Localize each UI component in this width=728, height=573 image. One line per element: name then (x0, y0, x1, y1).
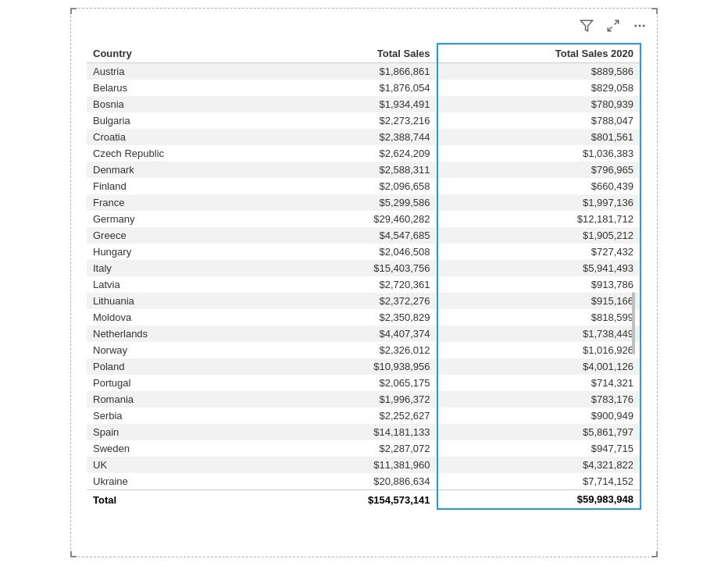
table-cell: $2,350,829 (271, 309, 437, 326)
toolbar (577, 16, 649, 35)
table-row: Belarus$1,876,054$829,058 (87, 80, 641, 96)
svg-point-5 (643, 25, 645, 27)
expand-icon[interactable] (604, 16, 623, 35)
table-cell: Romania (87, 391, 271, 408)
svg-line-1 (615, 20, 619, 24)
svg-point-4 (639, 25, 641, 27)
table-cell: $2,252,627 (271, 408, 437, 424)
table-cell: Denmark (87, 162, 271, 178)
table-cell: $1,997,136 (437, 194, 641, 211)
table-row: Sweden$2,287,072$947,715 (87, 440, 641, 457)
table-row: Portugal$2,065,175$714,321 (87, 375, 641, 391)
table-cell: Finland (87, 178, 271, 194)
footer-label: Total (87, 490, 271, 510)
table-cell: Serbia (87, 408, 271, 424)
table-cell: Croatia (87, 129, 271, 145)
table-cell: $2,273,216 (271, 112, 437, 129)
table-cell: $2,046,508 (271, 244, 437, 260)
table-row: Greece$4,547,685$1,905,212 (87, 227, 641, 244)
table-cell: Poland (87, 358, 271, 375)
table-cell: $1,738,449 (437, 326, 641, 342)
table-cell: $5,941,493 (437, 260, 641, 276)
table-row: Croatia$2,388,744$801,561 (87, 129, 641, 145)
table-cell: $714,321 (437, 375, 641, 391)
table-cell: Bulgaria (87, 112, 271, 129)
table-cell: Moldova (87, 309, 271, 326)
table-cell: Greece (87, 227, 271, 244)
table-cell: Spain (87, 424, 271, 440)
table-cell: $801,561 (437, 129, 641, 145)
table-cell: $7,714,152 (437, 473, 641, 490)
table-cell: $1,934,491 (271, 96, 437, 112)
table-cell: Bosnia (87, 96, 271, 112)
table-cell: $818,599 (437, 309, 641, 326)
widget-container: Country Total Sales Total Sales 2020 Aus… (70, 8, 658, 557)
col-header-total-sales-2020: Total Sales 2020 (437, 44, 641, 63)
table-cell: France (87, 194, 271, 211)
table-row: Norway$2,326,012$1,016,926 (87, 342, 641, 358)
table-cell: $727,432 (437, 244, 641, 260)
table-cell: Italy (87, 260, 271, 276)
table-cell: $15,403,756 (271, 260, 437, 276)
table-cell: $2,372,276 (271, 293, 437, 309)
svg-line-2 (608, 27, 612, 31)
table-cell: $2,065,175 (271, 375, 437, 391)
table-cell: $5,861,797 (437, 424, 641, 440)
table-cell: $4,407,374 (271, 326, 437, 342)
table-cell: $2,096,658 (271, 178, 437, 194)
table-cell: Netherlands (87, 326, 271, 342)
table-cell: $29,460,282 (271, 211, 437, 227)
table-row: Spain$14,181,133$5,861,797 (87, 424, 641, 440)
table-cell: Hungary (87, 244, 271, 260)
svg-marker-0 (581, 20, 593, 31)
more-options-icon[interactable] (630, 16, 649, 35)
table-cell: $2,388,744 (271, 129, 437, 145)
table-row: Netherlands$4,407,374$1,738,449 (87, 326, 641, 342)
table-row: Poland$10,938,956$4,001,126 (87, 358, 641, 375)
table-row: Bulgaria$2,273,216$788,047 (87, 112, 641, 129)
table-row: Hungary$2,046,508$727,432 (87, 244, 641, 260)
table-cell: $2,287,072 (271, 440, 437, 457)
table-cell: $900,949 (437, 408, 641, 424)
table-row: Latvia$2,720,361$913,786 (87, 276, 641, 293)
table-cell: $12,181,712 (437, 211, 641, 227)
sales-table: Country Total Sales Total Sales 2020 Aus… (87, 43, 641, 510)
table-cell: $11,381,960 (271, 457, 437, 473)
table-row: Lithuania$2,372,276$915,166 (87, 293, 641, 309)
table-cell: $915,166 (437, 293, 641, 309)
filter-icon[interactable] (577, 16, 596, 35)
table-cell: $1,996,372 (271, 391, 437, 408)
table-cell: $1,876,054 (271, 80, 437, 96)
table-cell: Sweden (87, 440, 271, 457)
footer-total-sales-2020: $59,983,948 (437, 490, 641, 510)
table-row: Serbia$2,252,627$900,949 (87, 408, 641, 424)
table-cell: $947,715 (437, 440, 641, 457)
table-cell: $780,939 (437, 96, 641, 112)
table-cell: Portugal (87, 375, 271, 391)
table-row: Ukraine$20,886,634$7,714,152 (87, 473, 641, 490)
table-cell: $783,176 (437, 391, 641, 408)
scrollbar[interactable] (632, 292, 635, 354)
table-cell: Ukraine (87, 473, 271, 490)
table-cell: $889,586 (437, 63, 641, 80)
table-cell: $2,326,012 (271, 342, 437, 358)
table-row: Denmark$2,588,311$796,965 (87, 162, 641, 178)
table-cell: $829,058 (437, 80, 641, 96)
table-row: Czech Republic$2,624,209$1,036,383 (87, 145, 641, 162)
table-cell: Belarus (87, 80, 271, 96)
footer-total-sales: $154,573,141 (271, 490, 437, 510)
table-cell: $788,047 (437, 112, 641, 129)
table-cell: Czech Republic (87, 145, 271, 162)
table-header-row: Country Total Sales Total Sales 2020 (87, 44, 641, 63)
table-cell: Germany (87, 211, 271, 227)
table-cell: Latvia (87, 276, 271, 293)
table-cell: $2,588,311 (271, 162, 437, 178)
table-cell: UK (87, 457, 271, 473)
table-footer-row: Total $154,573,141 $59,983,948 (87, 490, 641, 510)
table-cell: $2,720,361 (271, 276, 437, 293)
table-cell: $2,624,209 (271, 145, 437, 162)
table-cell: $1,866,861 (271, 63, 437, 80)
table-cell: $4,547,685 (271, 227, 437, 244)
table-cell: $796,965 (437, 162, 641, 178)
table-row: Moldova$2,350,829$818,599 (87, 309, 641, 326)
